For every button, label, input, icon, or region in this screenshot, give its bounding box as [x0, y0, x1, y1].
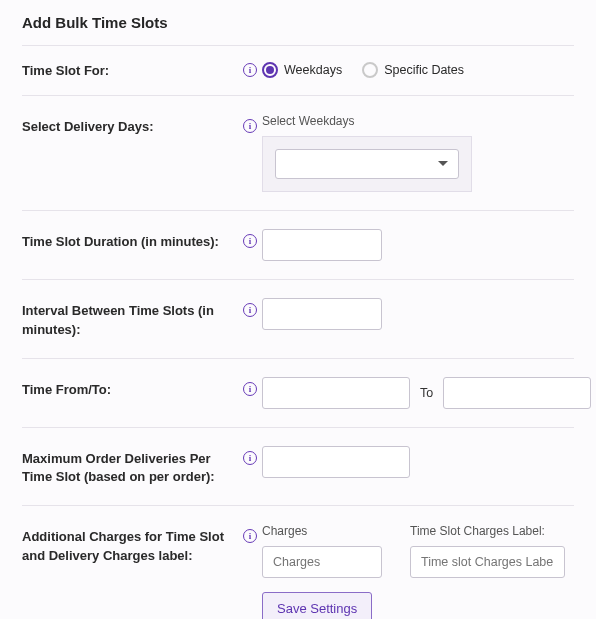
- save-button[interactable]: Save Settings: [262, 592, 372, 619]
- radio-off-icon: [362, 62, 378, 78]
- input-max-deliveries[interactable]: [262, 446, 410, 478]
- input-duration[interactable]: [262, 229, 382, 261]
- page-title: Add Bulk Time Slots: [22, 14, 574, 31]
- row-time-from-to: Time From/To: i To: [22, 359, 574, 427]
- label-interval: Interval Between Time Slots (in minutes)…: [22, 298, 238, 340]
- input-time-to[interactable]: [443, 377, 591, 409]
- info-icon[interactable]: i: [243, 451, 257, 465]
- info-icon[interactable]: i: [243, 234, 257, 248]
- row-interval: Interval Between Time Slots (in minutes)…: [22, 280, 574, 358]
- label-time-from-to: Time From/To:: [22, 377, 238, 400]
- radio-weekdays-label: Weekdays: [284, 63, 342, 77]
- input-interval[interactable]: [262, 298, 382, 330]
- col-charges: Charges: [262, 524, 382, 578]
- label-duration: Time Slot Duration (in minutes):: [22, 229, 238, 252]
- col-charges-label: Time Slot Charges Label:: [410, 524, 565, 578]
- radio-specific-dates-label: Specific Dates: [384, 63, 464, 77]
- info-icon[interactable]: i: [243, 529, 257, 543]
- label-to: To: [420, 386, 433, 400]
- input-charges[interactable]: [262, 546, 382, 578]
- row-delivery-days: Select Delivery Days: i Select Weekdays: [22, 96, 574, 210]
- radio-weekdays[interactable]: Weekdays: [262, 62, 342, 78]
- row-duration: Time Slot Duration (in minutes): i: [22, 211, 574, 279]
- label-additional-charges: Additional Charges for Time Slot and Del…: [22, 524, 238, 566]
- info-icon[interactable]: i: [243, 119, 257, 133]
- label-delivery-days: Select Delivery Days:: [22, 114, 238, 137]
- row-additional-charges: Additional Charges for Time Slot and Del…: [22, 506, 574, 619]
- caption-charges-label: Time Slot Charges Label:: [410, 524, 565, 538]
- radio-group-time-slot-for: Weekdays Specific Dates: [262, 60, 574, 78]
- chevron-down-icon: [438, 161, 448, 166]
- info-icon[interactable]: i: [243, 382, 257, 396]
- caption-select-weekdays: Select Weekdays: [262, 114, 574, 128]
- info-icon[interactable]: i: [243, 303, 257, 317]
- label-max-deliveries: Maximum Order Deliveries Per Time Slot (…: [22, 446, 238, 488]
- select-weekdays[interactable]: [275, 149, 459, 179]
- row-time-slot-for: Time Slot For: i Weekdays Specific Dates: [22, 46, 574, 95]
- info-icon[interactable]: i: [243, 63, 257, 77]
- radio-specific-dates[interactable]: Specific Dates: [362, 62, 464, 78]
- label-time-slot-for: Time Slot For:: [22, 60, 238, 81]
- caption-charges: Charges: [262, 524, 382, 538]
- select-weekdays-wrap: [262, 136, 472, 192]
- row-max-deliveries: Maximum Order Deliveries Per Time Slot (…: [22, 428, 574, 506]
- input-charges-label[interactable]: [410, 546, 565, 578]
- radio-on-icon: [262, 62, 278, 78]
- input-time-from[interactable]: [262, 377, 410, 409]
